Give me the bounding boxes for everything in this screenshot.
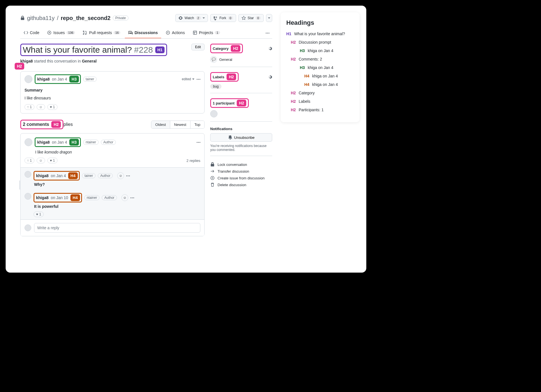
- heading-row: H2Category: [291, 90, 354, 96]
- tabs-overflow[interactable]: [263, 30, 272, 36]
- notifications-description: You're receiving notifications because y…: [210, 144, 272, 152]
- comment-menu[interactable]: [197, 142, 200, 143]
- op-body: I like dinosaurs: [25, 96, 200, 100]
- emoji-add-button[interactable]: ☺: [37, 104, 45, 110]
- star-menu-button[interactable]: [266, 14, 272, 22]
- comment-body: I like komodo dragon: [21, 150, 204, 158]
- fork-icon: [213, 16, 218, 20]
- discussion-number: #228: [134, 45, 153, 55]
- star-icon: [241, 16, 246, 20]
- tab-discussions[interactable]: Discussions: [125, 28, 161, 38]
- fork-button[interactable]: Fork 0: [210, 14, 236, 22]
- discussion-actions: Lock conversation Transfer discussion Cr…: [210, 161, 272, 188]
- avatar[interactable]: [25, 138, 32, 146]
- unsubscribe-button[interactable]: Unsubscribe: [210, 133, 272, 142]
- caret-down-icon: [268, 17, 270, 19]
- role-badge: tainer: [83, 77, 97, 82]
- star-button[interactable]: Star 0: [238, 14, 264, 22]
- notifications-heading: Notifications: [210, 127, 272, 131]
- tab-actions[interactable]: Actions: [162, 28, 188, 38]
- heart-reaction[interactable]: ♥ 1: [47, 158, 57, 163]
- avatar[interactable]: [25, 171, 31, 178]
- reply-body: It is powerful: [34, 202, 200, 211]
- speech-icon: 💬: [210, 56, 217, 63]
- tab-code[interactable]: Code: [20, 28, 43, 38]
- heading-row: H4khiga on Jan 4: [304, 73, 354, 79]
- watch-button[interactable]: Watch 2: [175, 14, 208, 22]
- label-pill[interactable]: bug: [210, 84, 221, 89]
- participants-heading: 1 participant H2: [210, 98, 249, 108]
- discussion-title-box: What is your favorite animal? #228 H1: [20, 44, 167, 56]
- heart-reaction[interactable]: ♥ 1: [34, 211, 44, 217]
- heading-row: H2Comments: 2: [291, 56, 354, 62]
- delete-discussion[interactable]: Delete discussion: [210, 181, 272, 188]
- discussion-title: What is your favorite animal?: [23, 45, 132, 55]
- sort-top[interactable]: Top: [190, 121, 204, 128]
- issue-icon: [210, 176, 215, 180]
- create-issue[interactable]: Create issue from discussion: [210, 175, 272, 181]
- edited-indicator[interactable]: edited: [182, 77, 194, 81]
- tab-pulls[interactable]: Pull requests16: [79, 28, 124, 38]
- op-byline: khiga8 on Jan 4 H3: [35, 74, 81, 84]
- category-heading: Category H2: [210, 44, 243, 53]
- tab-issues[interactable]: Issues136: [44, 28, 78, 38]
- play-icon: [166, 30, 170, 35]
- original-post: khiga8 on Jan 4 H3 tainer edited Summary…: [20, 71, 205, 113]
- reply-byline: khiga8 on Jan 10 H4: [34, 193, 82, 202]
- bell-slash-icon: [228, 135, 232, 140]
- code-icon: [24, 30, 28, 35]
- gear-icon[interactable]: [268, 46, 272, 51]
- reply-body: Why?: [34, 181, 200, 190]
- svg-point-5: [212, 177, 213, 179]
- repo-header: githuba11y / repo_the_second2 Private Wa…: [20, 14, 272, 22]
- post-menu[interactable]: [197, 79, 200, 80]
- labels-heading: Labels H2: [210, 72, 239, 82]
- h2-badge: H2: [15, 63, 24, 70]
- heading-row: H3khiga on Jan 4: [300, 48, 354, 54]
- sort-oldest[interactable]: Oldest: [151, 121, 170, 128]
- avatar: [25, 224, 31, 231]
- heart-reaction[interactable]: ♥ 1: [47, 104, 57, 110]
- avatar[interactable]: [25, 193, 31, 200]
- heading-row: H2Participants: 1: [291, 107, 354, 113]
- lock-conversation[interactable]: Lock conversation: [210, 161, 272, 168]
- emoji-add-button[interactable]: ☺: [37, 158, 45, 163]
- heading-row: H1What is your favorite animal?: [286, 31, 354, 37]
- upvote-button[interactable]: ↑ 1: [25, 158, 34, 163]
- heading-row: H2Labels: [291, 99, 354, 104]
- reply-menu[interactable]: [126, 175, 130, 176]
- headings-panel: Headings H1What is your favorite animal?…: [281, 12, 360, 122]
- sort-newest[interactable]: Newest: [170, 121, 190, 128]
- issue-icon: [47, 30, 52, 35]
- participant-avatar[interactable]: [210, 110, 218, 117]
- reply-byline: khiga8 on Jan 4 H4: [34, 171, 80, 181]
- privacy-badge: Private: [113, 15, 128, 21]
- comment-byline: khiga8 on Jan 4 H3: [35, 137, 81, 147]
- h1-badge: H1: [155, 46, 165, 53]
- emoji-add-button[interactable]: ☺: [121, 194, 128, 201]
- lock-icon: [210, 162, 215, 167]
- heading-row: H4khiga on Jan 4: [304, 82, 354, 87]
- reply-input[interactable]: Write a reply: [34, 223, 200, 233]
- headings-panel-title: Headings: [286, 19, 354, 26]
- lock-icon: [20, 16, 25, 20]
- repo-owner[interactable]: githuba11y: [27, 15, 55, 21]
- gear-icon[interactable]: [268, 75, 272, 79]
- upvote-button[interactable]: ↑ 1: [25, 104, 34, 110]
- reply-count: 2 replies: [187, 159, 200, 163]
- edit-button[interactable]: Edit: [191, 44, 205, 50]
- project-icon: [193, 30, 197, 35]
- category-value[interactable]: 💬 General: [210, 56, 272, 63]
- transfer-discussion[interactable]: Transfer discussion: [210, 168, 272, 175]
- trash-icon: [210, 182, 215, 187]
- avatar[interactable]: [25, 75, 32, 83]
- emoji-add-button[interactable]: ☺: [117, 172, 124, 179]
- op-summary-heading: Summary: [25, 88, 200, 92]
- svg-point-1: [49, 32, 50, 33]
- tab-projects[interactable]: Projects1: [189, 28, 223, 38]
- comment-thread: khiga8 on Jan 4 H3 ntainer Author I like…: [20, 133, 205, 236]
- repo-name[interactable]: repo_the_second2: [61, 15, 110, 21]
- reply-menu[interactable]: [130, 197, 134, 198]
- sort-group: Oldest Newest Top: [151, 121, 205, 129]
- arrow-icon: [210, 169, 215, 173]
